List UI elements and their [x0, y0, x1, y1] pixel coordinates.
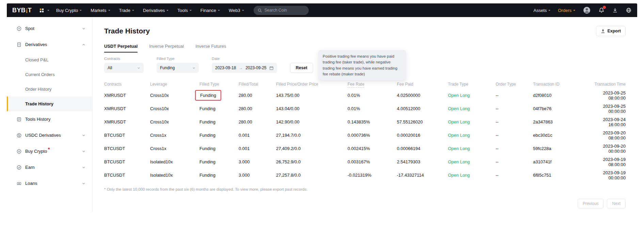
sidebar-item-label: USDC Derivatives: [25, 133, 82, 138]
nav-item-orders[interactable]: Orders: [558, 8, 575, 13]
contracts-filter: Contracts All: [104, 57, 144, 73]
cell-fee-rate: 0.143835%: [348, 119, 397, 124]
cell-filled-price-order-price: 26,752.9/0.0: [276, 159, 348, 164]
apps-menu-button[interactable]: [39, 8, 49, 13]
date-range-picker[interactable]: 2023-09-18 → 2023-09-25: [212, 63, 277, 73]
nav-item-markets[interactable]: Markets: [91, 8, 110, 13]
cell-transaction-time: 2023-09-19 00:00:00: [587, 170, 626, 180]
profile-avatar[interactable]: [583, 6, 591, 14]
cell-leverage: Cross1x: [150, 146, 199, 151]
cell-trade-type: Open Long: [448, 173, 496, 178]
table-row[interactable]: XMRUSDT Cross10x Funding 280.00 142.90/0…: [104, 115, 626, 129]
col-trade-type: Trade Type: [448, 82, 496, 87]
cell-filled-price-order-price: 143.04/0.00: [276, 106, 348, 111]
cell-trade-type: Open Long: [448, 133, 496, 138]
table-row[interactable]: BTCUSDT Isolated10x Funding 3.000 26,752…: [104, 155, 626, 168]
chevron-down-icon: [82, 27, 85, 30]
filled-type-select[interactable]: Funding: [157, 63, 199, 73]
cell-fee-paid: -17.43327114: [397, 173, 448, 178]
sidebar-item-buy-crypto[interactable]: Buy Crypto: [7, 143, 92, 159]
nav-item-web3[interactable]: Web3: [229, 8, 244, 13]
nav-item-assets[interactable]: Assets: [533, 8, 550, 13]
export-button[interactable]: Export: [596, 26, 626, 36]
cell-filled-total: 280.00: [239, 106, 276, 111]
chevron-down-icon: [47, 10, 49, 12]
col-order-type: Order Type: [496, 82, 533, 87]
notifications-bell-icon[interactable]: [598, 7, 605, 13]
search-input[interactable]: [264, 8, 303, 13]
cell-contracts: BTCUSDT: [104, 146, 150, 151]
language-globe-icon[interactable]: [626, 7, 632, 13]
table-row[interactable]: BTCUSDT Cross1x Funding 0.001 27,409.2/0…: [104, 142, 626, 155]
cell-order-type: --: [496, 146, 533, 151]
col-transaction-time: Transaction Time: [587, 82, 626, 87]
sidebar-item-closed-pnl[interactable]: Closed P&L: [7, 53, 92, 67]
trade-history-table: Contracts Leverage Filled Type Filled/To…: [104, 80, 626, 182]
next-page-button[interactable]: Next: [607, 199, 626, 208]
search-icon: [258, 8, 262, 13]
coin-search[interactable]: [254, 6, 309, 15]
cell-filled-type: Funding: [199, 106, 239, 111]
cell-order-type: --: [496, 133, 533, 138]
tab-inverse-futures[interactable]: Inverse Futures: [195, 44, 226, 53]
nav-item-label: Assets: [533, 8, 547, 13]
table-row[interactable]: BTCUSDT Isolated10x Funding 3.000 27,257…: [104, 168, 626, 182]
sidebar-item-usdc-derivatives[interactable]: USDC Derivatives: [7, 127, 92, 143]
sidebar-item-spot[interactable]: Spot: [7, 20, 92, 36]
contracts-select[interactable]: All: [104, 63, 144, 73]
sidebar-item-current-orders[interactable]: Current Orders: [7, 67, 92, 82]
sidebar-item-order-history[interactable]: Order History: [7, 82, 92, 97]
nav-right: Assets Orders: [533, 6, 632, 14]
cell-order-type: --: [496, 159, 533, 164]
tab-usdt-perpetual[interactable]: USDT Perpetual: [104, 44, 138, 53]
previous-page-button[interactable]: Previous: [578, 199, 604, 208]
tools-history-icon: [16, 117, 22, 122]
nav-item-trade[interactable]: Trade: [119, 8, 134, 13]
new-indicator-dot: [48, 148, 50, 149]
chevron-down-icon: [242, 10, 244, 12]
nav-item-tools[interactable]: Tools: [177, 8, 191, 13]
cell-leverage: Isolated10x: [150, 173, 199, 178]
sidebar-derivatives-submenu: Closed P&L Current Orders Order History …: [7, 53, 92, 111]
col-filled-type: Filled Type: [199, 82, 239, 87]
chevron-down-icon: [166, 10, 168, 12]
nav-item-label: Derivatives: [143, 8, 165, 13]
chevron-down-icon: [218, 10, 220, 12]
logo-accent-i: !: [26, 7, 28, 14]
nav-item-buy-crypto[interactable]: Buy Crypto: [56, 8, 82, 13]
nav-item-finance[interactable]: Finance: [200, 8, 220, 13]
cell-order-type: --: [496, 93, 533, 98]
sidebar-item-tools-history[interactable]: Tools History: [7, 111, 92, 127]
nav-item-derivatives[interactable]: Derivatives: [143, 8, 168, 13]
fee-rate-tooltip: Positive trading fee means you have paid…: [318, 50, 406, 80]
filled-type-filter-label: Filled Type: [157, 57, 199, 61]
export-label: Export: [607, 29, 621, 33]
table-row[interactable]: BTCUSDT Cross1x Funding 0.001 27,194.7/0…: [104, 129, 626, 142]
cell-fee-paid: 0.00020016: [397, 133, 448, 138]
sidebar-item-derivatives[interactable]: Derivatives: [7, 36, 92, 53]
reset-button[interactable]: Reset: [290, 63, 313, 73]
cell-filled-total: 0.001: [239, 133, 276, 138]
nav-item-label: Tools: [177, 8, 188, 13]
cell-contracts: XMRUSDT: [104, 119, 150, 124]
bybit-logo[interactable]: BYB!T: [12, 7, 32, 14]
tab-inverse-perpetual[interactable]: Inverse Perpetual: [149, 44, 184, 53]
cell-contracts: XMRUSDT: [104, 106, 150, 111]
sidebar-item-trade-history[interactable]: Trade History: [7, 97, 92, 111]
cell-filled-price-order-price: 143.75/0.00: [276, 93, 348, 98]
download-app-icon[interactable]: [612, 7, 618, 13]
records-footnote: * Only the latest 10,000 records from th…: [104, 187, 626, 191]
spot-icon: [16, 26, 22, 31]
notification-badge: [602, 5, 606, 9]
cell-transaction-id: a310741f: [533, 159, 587, 164]
cell-filled-total: 3.000: [239, 159, 276, 164]
cell-filled-total: 280.00: [239, 119, 276, 124]
cell-leverage: Cross10x: [150, 119, 199, 124]
table-row[interactable]: XMRUSDT Cross10x Funding 280.00 143.75/0…: [104, 89, 626, 102]
table-row[interactable]: XMRUSDT Cross10x Funding 280.00 143.04/0…: [104, 102, 626, 115]
sidebar-item-earn[interactable]: Earn: [7, 159, 92, 175]
nav-item-label: Trade: [119, 8, 130, 13]
cell-filled-price-order-price: 27,409.2/0.0: [276, 146, 348, 151]
sidebar-item-loans[interactable]: Loans: [7, 175, 92, 191]
calendar-icon: [269, 66, 274, 70]
